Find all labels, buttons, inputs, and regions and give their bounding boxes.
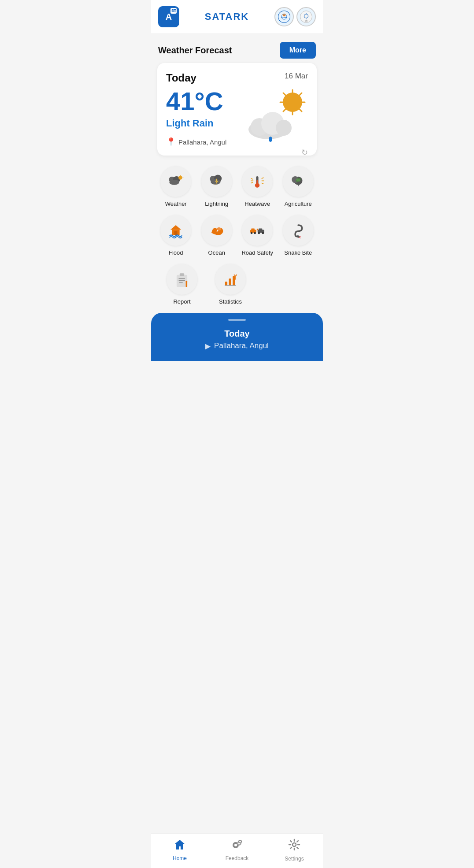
svg-rect-60 bbox=[259, 228, 262, 230]
hi-char: आ bbox=[170, 8, 177, 14]
bottom-blue-card: Today ▶ Pallahara, Angul bbox=[151, 313, 323, 361]
feedback-nav-label: Feedback bbox=[226, 855, 249, 861]
menu-item-agriculture[interactable]: Agriculture bbox=[281, 166, 316, 207]
svg-point-80 bbox=[234, 844, 237, 846]
heatwave-menu-icon bbox=[249, 173, 266, 190]
svg-line-18 bbox=[299, 93, 302, 96]
menu-item-heatwave[interactable]: Heatwave bbox=[240, 166, 275, 207]
snake-bite-label: Snake Bite bbox=[284, 249, 312, 256]
svg-line-42 bbox=[251, 182, 252, 183]
svg-point-61 bbox=[258, 232, 260, 234]
weather-description: Light Rain bbox=[166, 118, 226, 129]
main-content: Weather Forecast More Today 16 Mar 41°C … bbox=[151, 34, 323, 405]
heatwave-label: Heatwave bbox=[244, 200, 270, 207]
agriculture-icon-circle bbox=[283, 166, 314, 197]
flood-label: Flood bbox=[169, 249, 183, 256]
road-safety-icon-circle: ✸ bbox=[242, 215, 273, 246]
report-menu-icon: ✓ ✓ bbox=[174, 271, 190, 288]
menu-grid: Weather Lightning bbox=[151, 163, 323, 305]
app-title: SATARK bbox=[205, 11, 249, 22]
weather-main-area: 41°C Light Rain 📍 Pallahara, Angul bbox=[166, 89, 308, 147]
header-logos: OSDMA GOV bbox=[274, 7, 316, 26]
home-nav-label: Home bbox=[173, 855, 187, 861]
ocean-menu-icon bbox=[208, 222, 225, 239]
svg-point-3 bbox=[283, 15, 285, 17]
bottom-today-label: Today bbox=[151, 329, 323, 339]
svg-rect-74 bbox=[229, 278, 231, 286]
agriculture-menu-icon bbox=[290, 173, 307, 190]
menu-item-ocean[interactable]: Ocean bbox=[199, 215, 234, 256]
svg-rect-73 bbox=[225, 282, 227, 286]
menu-row-2: Flood Ocean bbox=[156, 215, 318, 256]
osdma-logo: OSDMA bbox=[274, 7, 294, 26]
refresh-icon[interactable]: ↻ bbox=[301, 148, 308, 157]
road-safety-menu-icon: ✸ bbox=[249, 222, 266, 239]
svg-marker-51 bbox=[170, 225, 181, 230]
snake-bite-menu-icon bbox=[290, 222, 307, 239]
nav-settings[interactable]: Settings bbox=[277, 838, 312, 862]
weather-label: Weather bbox=[165, 200, 187, 207]
bottom-location: ▶ Pallahara, Angul bbox=[151, 341, 323, 350]
report-label: Report bbox=[173, 298, 190, 305]
menu-item-flood[interactable]: Flood bbox=[158, 215, 193, 256]
svg-line-16 bbox=[283, 93, 286, 96]
svg-line-40 bbox=[251, 178, 252, 179]
menu-item-statistics[interactable]: Statistics bbox=[213, 264, 248, 305]
menu-item-report[interactable]: ✓ ✓ Report bbox=[164, 264, 200, 305]
svg-point-35 bbox=[211, 179, 220, 185]
svg-rect-66 bbox=[180, 273, 184, 276]
svg-point-84 bbox=[293, 843, 296, 846]
road-safety-label: Road Safety bbox=[241, 249, 273, 256]
svg-text:OSDMA: OSDMA bbox=[281, 17, 287, 19]
bottom-location-text: Pallahara, Angul bbox=[214, 341, 269, 350]
weather-location: 📍 Pallahara, Angul bbox=[166, 137, 226, 147]
weather-card-top: Today 16 Mar bbox=[166, 72, 308, 84]
menu-row-1: Weather Lightning bbox=[156, 166, 318, 207]
ocean-label: Ocean bbox=[208, 249, 225, 256]
location-text: Pallahara, Angul bbox=[178, 138, 226, 146]
svg-point-54 bbox=[217, 227, 221, 230]
weather-illustration bbox=[246, 89, 308, 146]
bottom-navigation: Home Feedback Settings bbox=[151, 834, 323, 868]
weather-card: Today 16 Mar 41°C Light Rain 📍 Pallahara… bbox=[157, 63, 317, 156]
svg-rect-75 bbox=[233, 276, 235, 286]
lightning-label: Lightning bbox=[205, 200, 228, 207]
svg-line-17 bbox=[299, 109, 302, 111]
more-button[interactable]: More bbox=[280, 42, 316, 59]
menu-item-weather[interactable]: Weather bbox=[158, 166, 193, 207]
flood-icon-circle bbox=[160, 215, 191, 246]
cloud-icon bbox=[246, 107, 297, 142]
svg-point-58 bbox=[254, 232, 256, 234]
menu-item-lightning[interactable]: Lightning bbox=[199, 166, 234, 207]
svg-text:GOV: GOV bbox=[305, 20, 308, 22]
svg-text:✸: ✸ bbox=[256, 228, 259, 231]
svg-point-28 bbox=[170, 180, 179, 185]
menu-item-snake-bite[interactable]: Snake Bite bbox=[281, 215, 316, 256]
statistics-label: Statistics bbox=[219, 298, 242, 305]
app-header: A आ SATARK OSDMA GOV bbox=[151, 0, 323, 34]
language-logo[interactable]: A आ bbox=[158, 6, 179, 27]
temperature-display: 41°C bbox=[166, 89, 226, 114]
svg-line-45 bbox=[262, 183, 263, 184]
settings-nav-label: Settings bbox=[285, 856, 304, 862]
weather-date: 16 Mar bbox=[285, 72, 308, 81]
svg-rect-53 bbox=[174, 231, 178, 235]
svg-point-62 bbox=[262, 232, 264, 234]
agriculture-label: Agriculture bbox=[285, 200, 312, 207]
nav-home[interactable]: Home bbox=[162, 839, 197, 861]
svg-point-23 bbox=[276, 120, 292, 136]
settings-icon bbox=[288, 838, 300, 854]
heatwave-icon-circle bbox=[242, 166, 273, 197]
location-pin-icon: 📍 bbox=[166, 137, 176, 147]
svg-point-83 bbox=[239, 841, 241, 842]
ocean-icon-circle bbox=[201, 215, 232, 246]
weather-card-bottom: 📍 Pallahara, Angul bbox=[166, 131, 226, 147]
svg-rect-56 bbox=[252, 228, 255, 230]
svg-marker-77 bbox=[174, 840, 185, 849]
menu-item-road-safety[interactable]: ✸ Road Safety bbox=[240, 215, 275, 256]
nav-feedback[interactable]: Feedback bbox=[219, 839, 255, 861]
home-icon bbox=[174, 839, 186, 853]
svg-line-43 bbox=[262, 178, 263, 178]
bottom-handle bbox=[228, 319, 246, 321]
svg-rect-39 bbox=[257, 180, 258, 185]
